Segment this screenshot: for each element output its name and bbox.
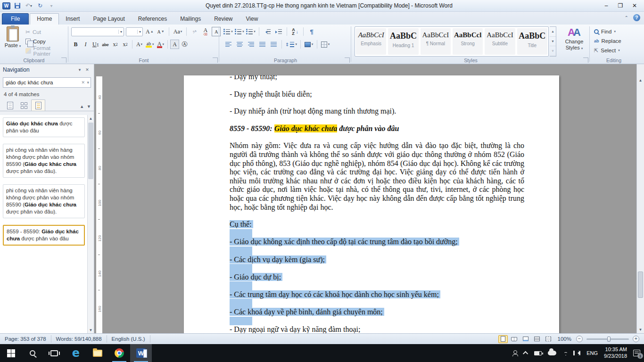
hidden-icons-chevron[interactable]: [524, 351, 528, 355]
bullets-button[interactable]: ▾: [223, 27, 233, 36]
selected-line[interactable]: - Giáo dục dự bị;: [230, 273, 282, 281]
onedrive-cloud-icon[interactable]: [548, 351, 556, 355]
selected-line[interactable]: - Các khoá dạy về phê bình, đánh giá chu…: [230, 308, 384, 316]
zoom-level[interactable]: 100%: [555, 336, 574, 342]
navigation-pane-close-icon[interactable]: ✕: [83, 67, 91, 72]
styles-dialog-launcher[interactable]: [583, 58, 588, 63]
underline-button[interactable]: U▾: [91, 40, 100, 49]
search-input[interactable]: [3, 80, 81, 85]
clock[interactable]: 10:35 AM 9/23/2018: [604, 346, 627, 360]
zoom-in-button[interactable]: +: [633, 336, 639, 342]
cut-button[interactable]: ✂Cut: [25, 27, 68, 37]
search-result-item[interactable]: Giáo dục khác chưa được phân vào đâu: [3, 117, 85, 137]
tab-page-layout[interactable]: Page Layout: [86, 14, 131, 25]
styles-scroll-up-icon[interactable]: ▲: [550, 27, 556, 37]
doc-paragraph[interactable]: - Dạy nghệ thuật biểu diễn;: [230, 90, 524, 99]
tab-references[interactable]: References: [132, 14, 173, 25]
copy-button[interactable]: Copy: [25, 37, 68, 46]
change-styles-button[interactable]: AA ChangeStyles ▾: [561, 26, 587, 61]
justify-button[interactable]: [257, 40, 267, 49]
word-taskbar-button[interactable]: W: [130, 344, 152, 362]
enclose-characters-button[interactable]: Ⓐ: [180, 40, 189, 49]
draft-view-button[interactable]: [544, 335, 553, 343]
style-normal[interactable]: AaBbCcI ¶ Normal: [421, 28, 451, 55]
wifi-icon[interactable]: [562, 351, 569, 355]
search-options-icon[interactable]: ▾: [86, 80, 91, 85]
undo-button[interactable]: ↶▾: [25, 2, 33, 9]
search-result-item[interactable]: phi công và nhân viên hàng không được ph…: [3, 144, 85, 178]
style-strong[interactable]: AaBbCcl Strong: [453, 28, 483, 55]
style-emphasis[interactable]: AaBbCcI Emphasis: [356, 28, 386, 55]
full-screen-reading-view-button[interactable]: [510, 335, 519, 343]
chrome-button[interactable]: [108, 344, 130, 362]
sort-button[interactable]: AZ↓: [290, 27, 300, 36]
web-layout-view-button[interactable]: [521, 335, 530, 343]
superscript-button[interactable]: x2: [121, 40, 130, 49]
italic-button[interactable]: I: [81, 40, 90, 49]
edge-button[interactable]: e: [65, 344, 87, 362]
close-button[interactable]: ✕: [631, 2, 638, 9]
navigation-scrollbar[interactable]: ▲ ▼: [87, 115, 94, 333]
scroll-down-icon[interactable]: ▼: [637, 326, 644, 333]
align-left-button[interactable]: [223, 40, 233, 49]
bold-button[interactable]: B: [71, 40, 80, 49]
grow-font-button[interactable]: A▲: [145, 27, 155, 36]
selected-line[interactable]: - Các dịch vụ dạy kèm (gia sư);: [230, 255, 326, 263]
maximize-button[interactable]: ❐: [617, 2, 624, 9]
align-center-button[interactable]: [235, 40, 244, 49]
zoom-slider-thumb[interactable]: [607, 337, 611, 342]
selected-text-block[interactable]: Cụ thể: - Giáo dục không xác định theo c…: [230, 220, 524, 325]
tab-mailings[interactable]: Mailings: [173, 14, 207, 25]
tab-review[interactable]: Review: [207, 14, 239, 25]
help-icon[interactable]: ?: [633, 14, 640, 21]
search-result-item-selected[interactable]: 8559 - 85590: Giáo dục khác chưa được ph…: [3, 225, 85, 246]
doc-paragraph[interactable]: - Dạy ngoại ngữ và dạy kỹ năng đàm thoại…: [230, 325, 524, 333]
zoom-out-button[interactable]: −: [576, 336, 583, 342]
paragraph-dialog-launcher[interactable]: [345, 58, 350, 63]
distribute-button[interactable]: [269, 40, 278, 49]
clear-formatting-button[interactable]: A⌫: [201, 27, 210, 36]
page-indicator[interactable]: Page: 353 of 378: [0, 335, 51, 343]
replace-button[interactable]: abReplace: [590, 36, 621, 46]
styles-gallery-expand-icon[interactable]: ▿: [550, 46, 556, 56]
doc-paragraph[interactable]: - Dạy mỹ thuật;: [230, 75, 524, 82]
selected-line[interactable]: - Giáo dục không xác định theo cấp độ tạ…: [230, 238, 459, 246]
tab-insert[interactable]: Insert: [59, 14, 86, 25]
decrease-indent-button[interactable]: [263, 27, 272, 36]
tab-file[interactable]: File: [2, 13, 29, 25]
phonetic-guide-button[interactable]: ᵃ⁄ᵇ: [190, 27, 199, 36]
print-layout-view-button[interactable]: [498, 335, 508, 343]
increase-indent-button[interactable]: [274, 27, 283, 36]
word-app-icon[interactable]: W: [2, 2, 10, 9]
word-count[interactable]: Words: 59/140,888: [51, 335, 107, 343]
action-center-button[interactable]: 1: [633, 350, 640, 356]
previous-result-icon[interactable]: ▲: [80, 104, 84, 109]
navigation-pane-dropdown-icon[interactable]: ▾: [76, 67, 83, 72]
browse-pages-tab[interactable]: [17, 99, 31, 111]
character-shading-button[interactable]: A: [170, 40, 179, 49]
format-painter-button[interactable]: Format Painter: [25, 46, 68, 56]
clear-search-icon[interactable]: ✕: [81, 80, 86, 85]
vertical-scrollbar[interactable]: ▲ ▼: [636, 64, 644, 333]
search-result-item[interactable]: phi công và nhân viên hàng không được ph…: [3, 184, 85, 218]
scroll-down-icon[interactable]: ▼: [88, 327, 94, 333]
tab-view[interactable]: View: [239, 14, 265, 25]
tab-home[interactable]: Home: [30, 13, 59, 25]
select-button[interactable]: ⇱Select▾: [590, 46, 621, 55]
scroll-up-icon[interactable]: ▲: [88, 115, 94, 122]
find-button[interactable]: Find▾: [590, 27, 621, 36]
clipboard-dialog-launcher[interactable]: [61, 58, 66, 63]
style-title[interactable]: AaBbC Title: [517, 28, 547, 55]
change-case-button[interactable]: Aa▾: [173, 27, 183, 36]
doc-paragraph[interactable]: - Dạy nhiếp ảnh (trừ hoạt động mang tính…: [230, 107, 524, 116]
style-heading-1[interactable]: AaBbC Heading 1: [388, 28, 418, 55]
start-button[interactable]: [0, 344, 22, 362]
scrollbar-thumb[interactable]: [88, 123, 93, 179]
document-page[interactable]: - Dạy mỹ thuật; - Dạy nghệ thuật biểu di…: [184, 75, 559, 333]
browse-headings-tab[interactable]: [3, 99, 17, 111]
selected-line[interactable]: Cụ thể:: [230, 220, 253, 228]
doc-body-paragraph[interactable]: Nhóm này gồm: Việc đưa ra và cung cấp vi…: [230, 141, 524, 212]
selected-line[interactable]: - Các trung tâm dạy học có các khoá học …: [230, 290, 440, 298]
scrollbar-thumb[interactable]: [638, 272, 643, 298]
battery-icon[interactable]: [534, 351, 542, 355]
